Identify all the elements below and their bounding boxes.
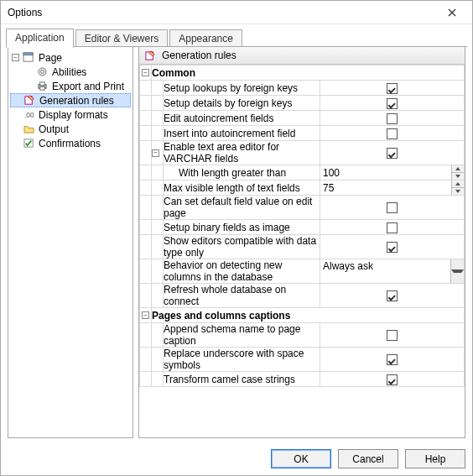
tree-label: Export and Print bbox=[52, 81, 124, 92]
gear-icon bbox=[36, 66, 49, 77]
spin-up[interactable] bbox=[452, 165, 464, 173]
collapse-icon[interactable]: − bbox=[142, 69, 149, 76]
checkbox[interactable] bbox=[387, 374, 398, 385]
close-button[interactable] bbox=[437, 4, 467, 21]
tree-item-display-formats[interactable]: .00 Display formats bbox=[10, 107, 131, 122]
row-setup-details: Setup details by foreign keys bbox=[140, 96, 465, 111]
folder-icon bbox=[23, 123, 35, 134]
checkbox[interactable] bbox=[387, 148, 398, 159]
format-icon: .00 bbox=[23, 109, 35, 120]
behavior-value[interactable]: Always ask bbox=[320, 259, 450, 283]
cancel-button[interactable]: Cancel bbox=[338, 449, 398, 468]
dropdown-button[interactable] bbox=[450, 259, 464, 283]
tab-appearance[interactable]: Appearance bbox=[169, 29, 242, 48]
spin-up[interactable] bbox=[452, 180, 464, 188]
collapse-icon[interactable]: − bbox=[152, 149, 159, 157]
tree-label: Page bbox=[39, 52, 62, 64]
tree-label: Generation rules bbox=[39, 95, 114, 107]
row-enable-textarea: −Enable text area editor for VARCHAR fie… bbox=[140, 141, 465, 165]
checkbox[interactable] bbox=[387, 290, 398, 301]
window-title: Options bbox=[8, 7, 437, 18]
with-length-input[interactable] bbox=[320, 165, 451, 180]
nav-tree[interactable]: − Page Abilities Export and Print bbox=[8, 46, 133, 438]
row-setup-lookups: Setup lookups by foreign keys bbox=[140, 81, 465, 96]
checkbox[interactable] bbox=[387, 113, 398, 124]
tab-editor-viewers[interactable]: Editor & Viewers bbox=[75, 29, 168, 48]
checkbox[interactable] bbox=[387, 354, 398, 365]
max-visible-input[interactable] bbox=[320, 180, 451, 195]
svg-rect-6 bbox=[40, 86, 45, 90]
checkbox[interactable] bbox=[387, 128, 398, 139]
row-show-editors: Show editors compatible with data type o… bbox=[140, 235, 465, 259]
tree-item-confirmations[interactable]: Confirmations bbox=[10, 136, 131, 150]
ok-button[interactable]: OK bbox=[271, 449, 331, 468]
svg-text:.00: .00 bbox=[24, 111, 34, 119]
tree-item-output[interactable]: Output bbox=[10, 122, 131, 136]
checkbox[interactable] bbox=[387, 222, 398, 233]
svg-rect-1 bbox=[23, 53, 33, 55]
section-common: Common bbox=[152, 65, 465, 81]
collapse-icon[interactable]: − bbox=[12, 54, 19, 61]
spin-down[interactable] bbox=[452, 173, 464, 180]
row-camel: Transform camel case strings bbox=[140, 372, 465, 387]
checkbox[interactable] bbox=[387, 242, 398, 253]
row-edit-autoincrement: Edit autoincrement fields bbox=[140, 111, 465, 126]
checkbox[interactable] bbox=[387, 98, 398, 109]
spin-down[interactable] bbox=[452, 188, 464, 195]
row-insert-autoincrement: Insert into autoincrement field bbox=[140, 126, 465, 141]
tab-bar: Application Editor & Viewers Appearance bbox=[1, 24, 472, 47]
row-with-length: With length greater than bbox=[140, 165, 465, 180]
checkbox[interactable] bbox=[387, 83, 398, 94]
section-pages: Pages and columns captions bbox=[152, 308, 465, 323]
tree-item-abilities[interactable]: Abilities bbox=[23, 65, 131, 79]
tree-item-generation-rules[interactable]: Generation rules bbox=[10, 93, 131, 107]
row-binary-image: Setup binary fields as image bbox=[140, 220, 465, 235]
panel-title: Generation rules bbox=[162, 50, 236, 61]
printer-icon bbox=[36, 81, 49, 92]
tree-label: Output bbox=[39, 123, 69, 135]
checkbox[interactable] bbox=[387, 202, 398, 213]
collapse-icon[interactable]: − bbox=[142, 311, 149, 319]
checkbox[interactable] bbox=[387, 330, 398, 341]
row-replace-underscore: Replace underscore with space symbols bbox=[140, 348, 465, 372]
rules-icon bbox=[144, 50, 157, 61]
row-behavior: Behavior on detecting new columns in the… bbox=[140, 259, 465, 284]
rules-icon bbox=[23, 95, 36, 106]
svg-rect-5 bbox=[40, 82, 45, 86]
check-icon bbox=[23, 138, 35, 149]
tree-item-export[interactable]: Export and Print bbox=[23, 79, 131, 93]
properties-panel: Generation rules −Common Setup lookups b… bbox=[138, 46, 465, 438]
page-icon bbox=[23, 52, 35, 63]
tree-label: Confirmations bbox=[39, 138, 101, 149]
row-append-schema: Append schema name to page caption bbox=[140, 323, 465, 348]
tab-application[interactable]: Application bbox=[6, 29, 74, 48]
row-max-visible: Max visible length of text fields bbox=[140, 180, 465, 196]
svg-point-3 bbox=[41, 71, 44, 74]
row-refresh: Refresh whole database on connect bbox=[140, 284, 465, 308]
help-button[interactable]: Help bbox=[405, 449, 465, 468]
property-grid: −Common Setup lookups by foreign keys Se… bbox=[139, 65, 465, 387]
tree-label: Display formats bbox=[39, 109, 108, 121]
tree-label: Abilities bbox=[52, 66, 86, 78]
tree-item-page[interactable]: − Page bbox=[10, 50, 131, 65]
row-can-default: Can set default field value on edit page bbox=[140, 196, 465, 220]
